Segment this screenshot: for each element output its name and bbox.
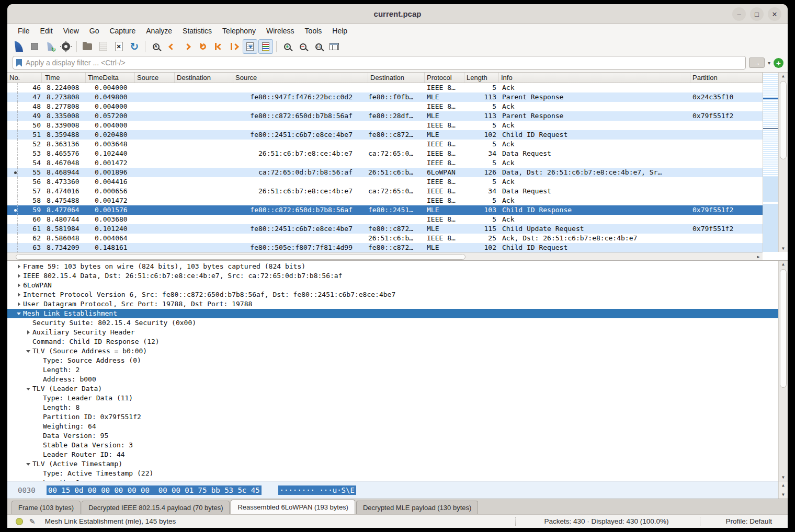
filter-dropdown-caret[interactable]: ▾ [768, 60, 770, 66]
minimize-button[interactable]: – [732, 7, 746, 21]
titlebar[interactable]: current.pcap – □ ✕ [7, 4, 788, 24]
col-header-info[interactable]: Info [499, 73, 690, 83]
packet-row[interactable]: 55 8.468944 0.001896 ca:72:65:0d:b7:b8:5… [7, 168, 763, 177]
menu-item-edit[interactable]: Edit [35, 25, 58, 37]
scroll-down-arrow[interactable]: ▼ [779, 246, 788, 251]
packet-row[interactable]: 53 8.465576 0.102440 26:51:c6:b7:e8:ce:4… [7, 149, 763, 158]
col-header-dest2[interactable]: Destination [368, 73, 425, 83]
detail-line[interactable]: 6LoWPAN [7, 281, 778, 290]
packet-row[interactable]: 59 8.477064 0.001576 fe80::c872:650d:b7b… [7, 205, 763, 215]
maximize-button[interactable]: □ [750, 7, 764, 21]
packet-list-header[interactable]: No. Time TimeDelta Source Destination So… [7, 73, 763, 83]
detail-line[interactable]: Internet Protocol Version 6, Src: fe80::… [7, 290, 778, 299]
expander-icon[interactable] [15, 293, 23, 297]
packet-row[interactable]: 54 8.467048 0.001472 IEEE 8… 5 Ack [7, 158, 763, 168]
hex-dump-pane[interactable]: 0030 00 15 0d 00 00 00 00 00 00 00 01 75… [7, 481, 788, 499]
packet-row[interactable]: 62 8.586048 0.004064 26:51:c6:b… IEEE 8…… [7, 234, 763, 243]
col-header-partition[interactable]: Partition [690, 73, 763, 83]
scroll-up-arrow[interactable]: ▲ [779, 262, 788, 267]
packet-list-hscrollbar[interactable]: ▶ [7, 252, 763, 260]
menu-item-view[interactable]: View [58, 25, 84, 37]
col-header-source1[interactable]: Source [135, 73, 175, 83]
hex-bytes-selected[interactable]: 00 15 0d 00 00 00 00 00 00 00 01 75 bb 5… [47, 485, 262, 495]
packet-row[interactable]: 49 8.335008 0.057200 fe80::c872:650d:b7b… [7, 111, 763, 121]
vscroll-thumb[interactable] [780, 81, 787, 159]
detail-line[interactable]: Leader Router ID: 44 [7, 450, 778, 459]
resize-columns-icon[interactable] [327, 39, 342, 54]
menu-item-wireless[interactable]: Wireless [261, 25, 300, 37]
detail-line[interactable]: Type: Leader Data (11) [7, 394, 778, 403]
save-file-icon[interactable] [96, 39, 110, 54]
filter-bookmark-icon[interactable] [16, 59, 22, 67]
byte-view-tab[interactable]: Decrypted MLE payload (130 bytes) [356, 501, 478, 514]
go-to-packet-icon[interactable] [196, 39, 210, 54]
byte-view-tab[interactable]: Frame (103 bytes) [12, 501, 81, 514]
col-header-no[interactable]: No. [7, 73, 42, 83]
hex-ascii-selected[interactable]: ········ ···u·S\E [278, 485, 356, 495]
hscroll-right-arrow[interactable]: ▶ [754, 253, 763, 260]
col-header-length[interactable]: Length [464, 73, 499, 83]
reload-icon[interactable]: ↻ [127, 39, 142, 54]
packet-row[interactable]: 57 8.474016 0.000656 26:51:c6:b7:e8:ce:4… [7, 187, 763, 196]
packet-row[interactable]: 51 8.359488 0.020480 fe80::2451:c6b7:e8c… [7, 130, 763, 140]
detail-line[interactable]: Auxiliary Security Header [7, 328, 778, 337]
scroll-down-arrow[interactable]: ▼ [779, 475, 788, 480]
col-header-timedelta[interactable]: TimeDelta [86, 73, 135, 83]
detail-line[interactable]: TLV (Leader Data) [7, 384, 778, 394]
expander-icon[interactable] [24, 330, 32, 334]
expander-icon[interactable] [24, 388, 32, 390]
capture-comment-icon[interactable]: ✎ [29, 517, 36, 526]
zoom-out-icon[interactable]: − [296, 39, 310, 54]
expander-icon[interactable] [24, 463, 32, 466]
detail-line[interactable]: Length: 8 [7, 403, 778, 412]
expander-icon[interactable] [15, 264, 23, 269]
hscroll-thumb[interactable] [16, 254, 465, 260]
auto-scroll-icon[interactable] [243, 39, 257, 54]
go-first-packet-icon[interactable] [211, 39, 226, 54]
detail-line[interactable]: Type: Active Timestamp (22) [7, 469, 778, 478]
menu-item-file[interactable]: File [13, 25, 35, 37]
scroll-up-arrow[interactable]: ▲ [779, 74, 788, 78]
detail-line[interactable]: Stable Data Version: 3 [7, 441, 778, 450]
packet-row[interactable]: 46 8.224008 0.004000 IEEE 8… 5 Ack [7, 83, 763, 92]
packet-row[interactable]: 47 8.273808 0.049800 fe80::947f:f476:22b… [7, 92, 763, 102]
details-vscrollbar[interactable]: ▲ ▼ [778, 261, 788, 481]
display-filter-input[interactable]: Apply a display filter ... <Ctrl-/> [13, 56, 746, 70]
zoom-in-icon[interactable]: + [280, 39, 294, 54]
expander-icon[interactable] [15, 283, 23, 287]
status-profile[interactable]: Profile: Default [700, 517, 788, 525]
expander-icon[interactable] [15, 302, 23, 306]
go-last-packet-icon[interactable] [227, 39, 242, 54]
packet-row[interactable]: 61 8.581984 0.101240 fe80::2451:c6b7:e8c… [7, 224, 763, 234]
restart-capture-icon[interactable]: ↻ [43, 39, 58, 54]
col-header-protocol[interactable]: Protocol [425, 73, 464, 83]
packet-row[interactable]: 50 8.339008 0.004000 IEEE 8… 5 Ack [7, 121, 763, 130]
go-forward-icon[interactable] [180, 39, 195, 54]
find-packet-icon[interactable]: A [149, 39, 163, 54]
detail-line[interactable]: TLV (Active Timestamp) [7, 459, 778, 469]
detail-line[interactable]: Address: b000 [7, 375, 778, 384]
menu-item-statistics[interactable]: Statistics [177, 25, 217, 37]
detail-line[interactable]: Command: Child ID Response (12) [7, 337, 778, 346]
detail-line[interactable]: TLV (Source Address = b0:00) [7, 346, 778, 356]
stop-capture-icon[interactable] [27, 39, 42, 54]
go-back-icon[interactable] [164, 39, 179, 54]
detail-line[interactable]: Mesh Link Establishment [7, 309, 778, 318]
expander-icon[interactable] [24, 350, 32, 353]
close-file-icon[interactable]: ✕ [111, 39, 126, 54]
expert-info-icon[interactable] [16, 518, 23, 525]
menu-item-capture[interactable]: Capture [104, 25, 141, 37]
byte-view-tab[interactable]: Decrypted IEEE 802.15.4 payload (70 byte… [82, 501, 230, 514]
packet-row[interactable]: 48 8.277808 0.004000 IEEE 8… 5 Ack [7, 102, 763, 111]
add-filter-button[interactable]: + [774, 58, 783, 68]
detail-line[interactable]: Partition ID: 0x79f551f2 [7, 412, 778, 422]
packet-row[interactable]: 56 8.473360 0.004416 IEEE 8… 5 Ack [7, 177, 763, 187]
detail-line[interactable]: Length: 2 [7, 365, 778, 375]
detail-line[interactable]: IEEE 802.15.4 Data, Dst: 26:51:c6:b7:e8:… [7, 271, 778, 281]
col-header-time[interactable]: Time [42, 73, 86, 83]
packet-row[interactable]: 52 8.363136 0.003648 IEEE 8… 5 Ack [7, 140, 763, 149]
detail-line[interactable]: Type: Source Address (0) [7, 356, 778, 365]
scroll-down-arrow[interactable]: ▼ [782, 492, 785, 497]
detail-line[interactable]: Weighting: 64 [7, 422, 778, 431]
detail-line[interactable]: Security Suite: 802.15.4 Security (0x00) [7, 318, 778, 328]
